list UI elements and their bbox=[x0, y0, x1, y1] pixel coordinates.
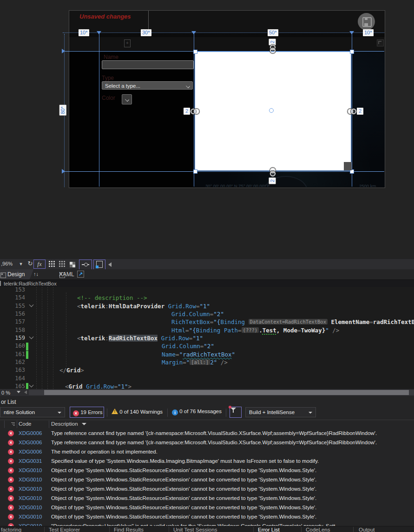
grid-settings-icon[interactable] bbox=[58, 260, 66, 269]
column-splitter-handle[interactable] bbox=[349, 31, 354, 34]
error-code[interactable]: XDG0031 bbox=[19, 458, 42, 464]
name-textbox[interactable] bbox=[102, 60, 194, 69]
error-row[interactable]: ×XDG0006Type reference cannot find type … bbox=[0, 438, 414, 448]
column-splitter-handle[interactable] bbox=[97, 31, 101, 34]
selection-handle-top-left[interactable] bbox=[193, 50, 197, 54]
error-code[interactable]: XDG0010 bbox=[19, 505, 42, 510]
scope-filter-dropdown[interactable]: ntire Solution bbox=[0, 407, 65, 417]
resize-grip[interactable] bbox=[344, 162, 352, 170]
xaml-code-editor[interactable]: 153154<!-- description -->155<telerik:Ht… bbox=[0, 287, 414, 389]
tab-xaml-label[interactable]: XAML bbox=[59, 271, 74, 278]
collapse-left-icon[interactable] bbox=[108, 262, 112, 267]
warnings-filter-button[interactable]: 0 of 140 Warnings bbox=[112, 409, 163, 415]
code-line-161[interactable]: 161Name="radRichTextBox" bbox=[0, 351, 414, 359]
code-line-160[interactable]: 160Grid.Column="2" bbox=[0, 343, 414, 350]
save-button[interactable] bbox=[358, 13, 375, 30]
error-code[interactable]: XDG0010 bbox=[19, 514, 42, 519]
effects-fx-button[interactable]: fx bbox=[33, 260, 46, 269]
source-filter-dropdown[interactable]: Build + IntelliSense bbox=[245, 407, 316, 417]
zoom-caret-icon[interactable] bbox=[17, 391, 20, 393]
show-grid-icon[interactable] bbox=[47, 260, 56, 269]
chain-link-icon[interactable] bbox=[191, 109, 199, 113]
code-line-159[interactable]: 159<telerik:RadRichTextBox Grid.Row="1" bbox=[0, 335, 414, 343]
margin-badge-left[interactable]: 2 bbox=[184, 108, 190, 115]
grid-column-size-badge[interactable]: 10* bbox=[363, 29, 374, 36]
swap-panes-icon[interactable]: ↑↓ bbox=[33, 271, 39, 277]
error-row[interactable]: ×XDG0006The method or operation is not i… bbox=[0, 448, 414, 457]
code-line-164[interactable]: 164 bbox=[0, 375, 414, 383]
chain-link-icon[interactable] bbox=[270, 45, 275, 53]
map-corner-icon[interactable] bbox=[377, 39, 384, 46]
snap-lines-button[interactable] bbox=[79, 260, 92, 270]
tab-design-label[interactable]: Design bbox=[7, 271, 25, 278]
code-line-153[interactable]: 153 bbox=[0, 287, 414, 294]
code-line-158[interactable]: 158Html="{Binding Path=(???).Test, Mode=… bbox=[0, 327, 414, 335]
row-splitter-handle[interactable] bbox=[62, 49, 65, 53]
type-combobox[interactable]: Select a type... bbox=[102, 81, 193, 90]
bottom-tab-unit-test-sessions[interactable]: Unit Test Sessions bbox=[173, 527, 217, 532]
code-line-163[interactable]: 163</Grid> bbox=[0, 367, 414, 375]
bottom-tab-output[interactable]: Output bbox=[359, 527, 375, 532]
error-code[interactable]: XDG0010 bbox=[19, 477, 42, 482]
selection-handle-bottom-left[interactable] bbox=[193, 169, 197, 174]
error-row[interactable]: ×XDG0010Object of type 'System.Windows.S… bbox=[0, 475, 414, 485]
scroll-left-icon[interactable] bbox=[24, 390, 27, 394]
chain-link-icon[interactable] bbox=[270, 168, 275, 176]
code-line-162[interactable]: 162Margin="[all:]2" /> bbox=[0, 359, 414, 367]
grid-column-size-badge[interactable]: 50* bbox=[268, 29, 278, 36]
refresh-icon[interactable]: ↻ bbox=[27, 260, 33, 268]
zoom-dropdown-caret-icon[interactable]: ▾ bbox=[18, 260, 24, 268]
collapse-chevron-icon[interactable] bbox=[29, 303, 34, 307]
code-line-155[interactable]: 155<telerik:HtmlDataProvider Grid.Row="1… bbox=[0, 303, 414, 311]
collapse-chevron-icon[interactable] bbox=[29, 383, 34, 388]
column-header-description[interactable]: Description bbox=[51, 421, 86, 427]
error-code[interactable]: XDG0010 bbox=[19, 467, 42, 473]
horizontal-scrollbar-thumb[interactable] bbox=[44, 390, 409, 395]
error-code[interactable]: XDG0006 bbox=[19, 430, 42, 436]
code-line-156[interactable]: 156Grid.Column="2" bbox=[0, 311, 414, 318]
color-combobox[interactable] bbox=[122, 94, 132, 104]
error-row[interactable]: ×XDG0031Specified value of type 'System.… bbox=[0, 457, 414, 466]
open-in-new-window-icon[interactable]: ↗ bbox=[77, 271, 84, 278]
error-row[interactable]: ×XDG0010Object of type 'System.Windows.S… bbox=[0, 466, 414, 475]
bottom-tab-factoring[interactable]: factoring bbox=[1, 527, 21, 532]
error-code[interactable]: XDG0010 bbox=[19, 486, 42, 492]
artboard-background-button[interactable] bbox=[93, 260, 105, 270]
selection-handle-top-right[interactable] bbox=[350, 50, 354, 54]
error-code[interactable]: XDG0006 bbox=[19, 449, 42, 454]
error-code[interactable]: XDG0010 bbox=[19, 495, 42, 501]
chain-link-icon[interactable] bbox=[348, 109, 356, 113]
code-line-157[interactable]: 157RichTextBox="{Binding DataContext=Rad… bbox=[0, 318, 414, 326]
error-code[interactable]: XDG0006 bbox=[19, 440, 42, 445]
add-document-icon[interactable]: + bbox=[124, 39, 131, 47]
bottom-tab-codelens[interactable]: CodeLens bbox=[306, 527, 330, 532]
grid-column-size-badge[interactable]: 30* bbox=[141, 29, 151, 36]
editor-zoom-value[interactable]: 0 % bbox=[1, 390, 10, 396]
error-row[interactable]: ×XDG0010''DependencyProperty.UnsetValue'… bbox=[0, 522, 414, 526]
margin-badge-bottom[interactable]: 2 bbox=[269, 178, 276, 184]
margin-badge-right[interactable]: 2 bbox=[357, 108, 363, 115]
bottom-tab-test-explorer[interactable]: Test Explorer bbox=[49, 527, 80, 532]
breadcrumb[interactable]: telerik:RadRichTextBox bbox=[4, 281, 57, 286]
error-row[interactable]: ×XDG0010Object of type 'System.Windows.S… bbox=[0, 503, 414, 513]
row-splitter-handle[interactable] bbox=[62, 169, 65, 174]
grid-row-size-badge[interactable]: 80* bbox=[59, 105, 66, 116]
collapse-chevron-icon[interactable] bbox=[29, 335, 34, 339]
errors-filter-button[interactable]: × 19 Errors bbox=[70, 407, 104, 418]
bottom-tab-find-results[interactable]: Find Results bbox=[114, 527, 144, 532]
code-line-154[interactable]: 154<!-- description --> bbox=[0, 294, 414, 302]
error-row[interactable]: ×XDG0010Object of type 'System.Windows.S… bbox=[0, 494, 414, 503]
designer-zoom-value[interactable]: ,96% bbox=[1, 261, 13, 266]
column-header-code[interactable]: Code bbox=[19, 421, 32, 427]
error-row[interactable]: ×XDG0006Type reference cannot find type … bbox=[0, 429, 414, 438]
bottom-tab-error-list[interactable]: Error List bbox=[258, 527, 280, 532]
grid-column-size-badge[interactable]: 10* bbox=[79, 29, 89, 36]
error-row[interactable]: ×XDG0010Object of type 'System.Windows.S… bbox=[0, 485, 414, 494]
code-line-165[interactable]: 165<Grid Grid.Row="1"> bbox=[0, 383, 414, 389]
snapping-grid-icon[interactable] bbox=[68, 260, 77, 270]
messages-filter-button[interactable]: i 0 of 76 Messages bbox=[172, 409, 222, 415]
selection-anchor-point[interactable] bbox=[269, 108, 274, 113]
filter-button[interactable] bbox=[230, 407, 242, 418]
column-splitter-handle[interactable] bbox=[191, 31, 196, 34]
error-row[interactable]: ×XDG0010Object of type 'System.Windows.S… bbox=[0, 513, 414, 522]
